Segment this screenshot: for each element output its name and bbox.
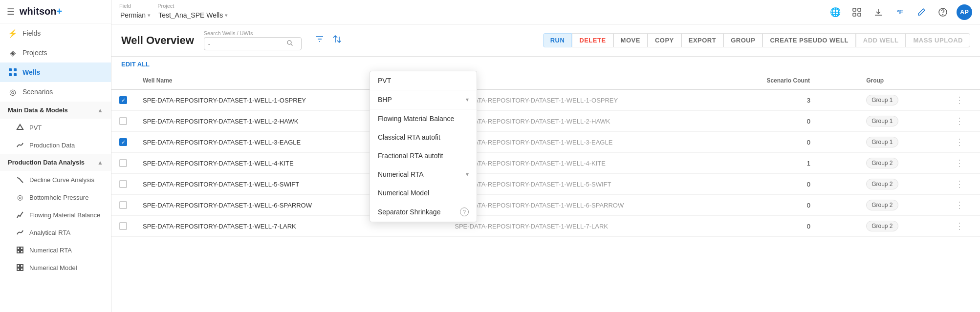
dropdown-item-flowing-material-balance[interactable]: Flowing Material Balance xyxy=(370,109,477,128)
sidebar-sub-item-flowing-material-balance[interactable]: Flowing Material Balance xyxy=(0,206,111,224)
row-menu-cell: ⋮ xyxy=(939,132,980,153)
row-checkbox-cell xyxy=(111,111,135,132)
row-checkbox[interactable] xyxy=(119,222,127,230)
row-checkbox[interactable] xyxy=(119,201,127,209)
separator-help-icon[interactable]: ? xyxy=(460,208,469,216)
sidebar-sub-item-numerical-model[interactable]: Numerical Model xyxy=(0,259,111,276)
row-checkbox[interactable] xyxy=(119,159,127,167)
dropdown-item-pvt[interactable]: PVT xyxy=(370,71,477,90)
table-row[interactable]: SPE-DATA-REPOSITORY-DATASET-1-WELL-4-KIT… xyxy=(111,153,980,174)
svg-rect-9 xyxy=(17,265,20,267)
row-group: Group 1 xyxy=(858,111,938,132)
table-row[interactable]: ✓ SPE-DATA-REPOSITORY-DATASET-1-WELL-1-O… xyxy=(111,89,980,111)
project-label: Project xyxy=(157,3,229,9)
row-menu-icon[interactable]: ⋮ xyxy=(947,200,972,210)
row-menu-cell: ⋮ xyxy=(939,153,980,174)
temperature-icon[interactable]: °F xyxy=(892,4,908,20)
row-scenario-count: 3 xyxy=(759,89,858,111)
create-pseudo-well-button[interactable]: CREATE PSEUDO WELL xyxy=(762,33,855,47)
table-row[interactable]: SPE-DATA-REPOSITORY-DATASET-1-WELL-6-SPA… xyxy=(111,195,980,216)
svg-rect-13 xyxy=(853,8,856,11)
run-button[interactable]: RUN xyxy=(543,33,572,47)
table-row[interactable]: SPE-DATA-REPOSITORY-DATASET-1-WELL-5-SWI… xyxy=(111,174,980,195)
row-menu-icon[interactable]: ⋮ xyxy=(947,137,972,147)
grid-icon[interactable] xyxy=(849,4,865,20)
sidebar-sub-item-pvt[interactable]: PVT xyxy=(0,119,111,136)
svg-rect-1 xyxy=(14,68,17,71)
move-button[interactable]: MOVE xyxy=(613,33,648,47)
add-well-button[interactable]: ADD WELL xyxy=(856,33,906,47)
dropdown-item-fractional-rta[interactable]: Fractional RTA autofit xyxy=(370,146,477,165)
analytical-rta-icon xyxy=(16,228,24,237)
row-checkbox[interactable] xyxy=(119,180,127,188)
sidebar-item-wells[interactable]: Wells xyxy=(0,62,111,82)
help-icon[interactable] xyxy=(935,4,951,20)
dropdown-item-numerical-rta[interactable]: Numerical RTA ▾ xyxy=(370,165,477,184)
search-input-wrapper xyxy=(204,37,302,50)
row-menu-icon[interactable]: ⋮ xyxy=(947,116,972,126)
svg-point-18 xyxy=(943,14,943,15)
sidebar-sub-item-bottomhole-pressure[interactable]: ◎ Bottomhole Pressure xyxy=(0,188,111,206)
row-menu-icon[interactable]: ⋮ xyxy=(947,158,972,168)
flowing-material-balance-icon xyxy=(16,210,24,219)
user-avatar[interactable]: AP xyxy=(957,4,972,20)
project-select[interactable]: Test_Ana_SPE Wells ▾ xyxy=(157,9,229,21)
download-icon[interactable] xyxy=(871,4,886,20)
svg-rect-11 xyxy=(17,268,20,270)
hamburger-icon[interactable]: ☰ xyxy=(7,6,15,17)
sidebar-item-projects[interactable]: ◈ Projects xyxy=(0,43,111,62)
row-group: Group 2 xyxy=(858,153,938,174)
dropdown-item-classical-rta[interactable]: Classical RTA autofit xyxy=(370,128,477,146)
table-row[interactable]: SPE-DATA-REPOSITORY-DATASET-1-WELL-7-LAR… xyxy=(111,216,980,237)
action-buttons: RUN DELETE MOVE COPY EXPORT GROUP CREATE… xyxy=(543,33,970,47)
field-select[interactable]: Permian ▾ xyxy=(119,9,152,21)
table-row[interactable]: SPE-DATA-REPOSITORY-DATASET-1-WELL-2-HAW… xyxy=(111,111,980,132)
search-icon[interactable] xyxy=(286,40,293,48)
row-menu-icon[interactable]: ⋮ xyxy=(947,179,972,189)
edit-icon[interactable] xyxy=(914,4,929,20)
export-button[interactable]: EXPORT xyxy=(681,33,723,47)
row-well-name-full: SPE-DATA-REPOSITORY-DATASET-1-WELL-6-SPA… xyxy=(447,195,759,216)
wells-table: Well Name Scenario Count Group ✓ SPE-DAT… xyxy=(111,72,980,237)
sidebar-sub-item-numerical-rta[interactable]: Numerical RTA xyxy=(0,241,111,259)
mass-upload-button[interactable]: MASS UPLOAD xyxy=(906,33,970,47)
dropdown-item-numerical-model[interactable]: Numerical Model xyxy=(370,184,477,202)
section-chevron: ▲ xyxy=(97,107,103,114)
search-input[interactable] xyxy=(208,40,286,47)
sidebar-sub-item-analytical-rta[interactable]: Analytical RTA xyxy=(0,224,111,241)
pvt-icon xyxy=(16,123,24,132)
sort-icon[interactable] xyxy=(332,35,341,46)
row-menu-icon[interactable]: ⋮ xyxy=(947,95,972,105)
row-group: Group 2 xyxy=(858,174,938,195)
section-production-data-analysis[interactable]: Production Data Analysis ▲ xyxy=(0,154,111,171)
field-selector-group: Field Permian ▾ xyxy=(119,3,152,21)
row-checkbox[interactable]: ✓ xyxy=(119,96,127,104)
svg-rect-14 xyxy=(858,8,861,11)
section-main-data-models[interactable]: Main Data & Models ▲ xyxy=(0,102,111,119)
globe-icon[interactable]: 🌐 xyxy=(828,4,843,20)
row-checkbox-cell xyxy=(111,174,135,195)
numerical-rta-icon xyxy=(16,246,24,254)
dropdown-item-separator-shrinkage[interactable]: Separator Shrinkage ? xyxy=(370,202,477,222)
projects-icon: ◈ xyxy=(8,48,18,58)
sidebar-item-fields[interactable]: ⚡ Fields xyxy=(0,23,111,43)
sidebar-sub-item-decline-curve[interactable]: Decline Curve Analysis xyxy=(0,171,111,188)
copy-button[interactable]: COPY xyxy=(648,33,681,47)
col-group: Group xyxy=(858,72,938,89)
group-button[interactable]: GROUP xyxy=(723,33,762,47)
project-chevron-icon: ▾ xyxy=(225,12,228,19)
dropdown-item-bhp[interactable]: BHP ▾ xyxy=(370,90,477,109)
table-row[interactable]: ✓ SPE-DATA-REPOSITORY-DATASET-1-WELL-3-E… xyxy=(111,132,980,153)
row-checkbox[interactable]: ✓ xyxy=(119,138,127,146)
row-checkbox[interactable] xyxy=(119,117,127,125)
sidebar-item-scenarios[interactable]: ◎ Scenarios xyxy=(0,82,111,102)
filter-icon[interactable] xyxy=(315,35,324,46)
svg-rect-15 xyxy=(853,13,856,16)
row-checkbox-cell xyxy=(111,195,135,216)
row-menu-icon[interactable]: ⋮ xyxy=(947,221,972,231)
content-area: Well Overview Search Wells / UWIs xyxy=(111,24,980,312)
svg-rect-12 xyxy=(21,268,23,270)
delete-button[interactable]: DELETE xyxy=(572,33,613,47)
sidebar-sub-item-production-data[interactable]: Production Data xyxy=(0,136,111,154)
edit-all-bar[interactable]: EDIT ALL xyxy=(111,57,980,72)
